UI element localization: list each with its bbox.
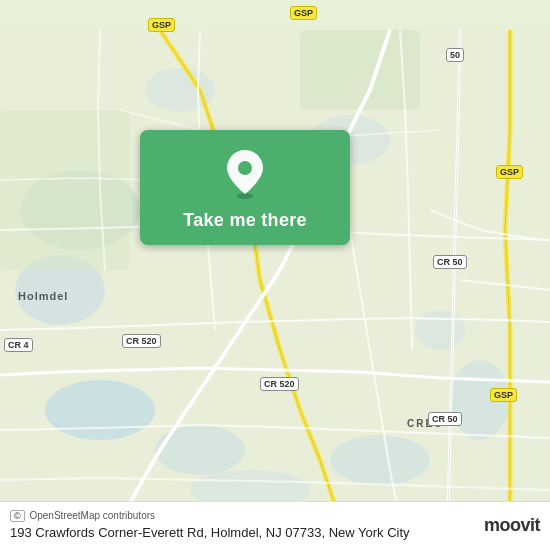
osm-credit-text: OpenStreetMap contributors	[29, 510, 155, 521]
gsp-badge-top-left: GSP	[148, 18, 175, 32]
osm-logo: ©	[10, 510, 25, 522]
map-container: Holmdel CREO GSP GSP GSP GSP 50 CR 50 CR…	[0, 0, 550, 550]
cta-label: Take me there	[183, 210, 307, 231]
svg-point-3	[45, 380, 155, 440]
osm-credit: © OpenStreetMap contributors	[10, 510, 484, 522]
address-text: 193 Crawfords Corner-Everett Rd, Holmdel…	[10, 525, 484, 540]
cr520-badge-right: CR 520	[260, 377, 299, 391]
cr50-badge-mid: CR 50	[433, 255, 467, 269]
map-svg	[0, 0, 550, 550]
svg-point-5	[330, 435, 430, 485]
gsp-badge-top-right: GSP	[290, 6, 317, 20]
moovit-logo: moovit	[484, 515, 540, 536]
bottom-bar: © OpenStreetMap contributors 193 Crawfor…	[0, 501, 550, 550]
holmdel-label: Holmdel	[18, 290, 68, 302]
location-pin-icon	[223, 148, 267, 200]
moovit-text: moovit	[484, 515, 540, 536]
cr50-badge-top: 50	[446, 48, 464, 62]
svg-rect-11	[0, 110, 130, 270]
cr50-badge-bottom: CR 50	[428, 412, 462, 426]
svg-point-7	[415, 310, 465, 350]
take-me-there-button[interactable]: Take me there	[140, 130, 350, 245]
cr520-badge-left: CR 520	[122, 334, 161, 348]
gsp-badge-right: GSP	[496, 165, 523, 179]
svg-point-14	[238, 161, 252, 175]
gsp-badge-bottom-right: GSP	[490, 388, 517, 402]
cr4-badge: CR 4	[4, 338, 33, 352]
svg-point-4	[155, 425, 245, 475]
address-section: © OpenStreetMap contributors 193 Crawfor…	[10, 510, 484, 540]
